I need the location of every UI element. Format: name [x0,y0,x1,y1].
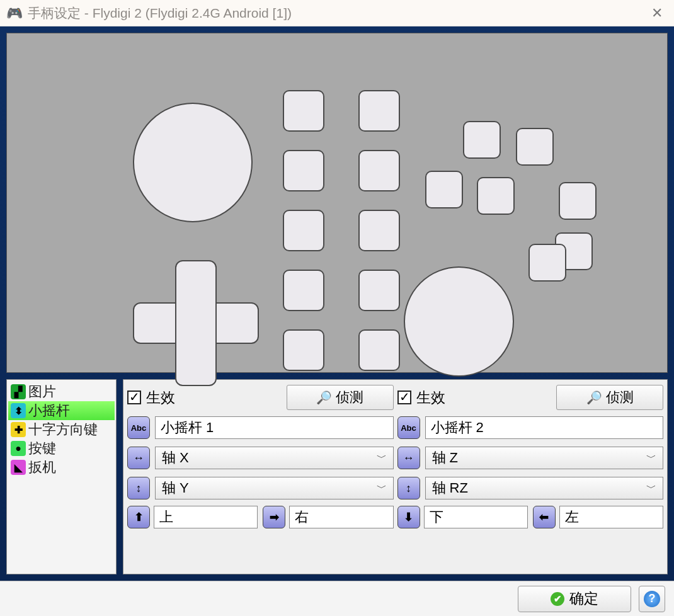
axis-y-value: 轴 Y [162,479,189,498]
ok-button[interactable]: ✔ 确定 [518,586,631,612]
sidebar-item-trigger[interactable]: ◣ 扳机 [8,458,115,477]
down-arrow-icon: ⬇ [397,506,420,528]
center-button[interactable] [283,270,324,311]
face-button[interactable] [559,182,597,220]
left-arrow-icon: ⬅ [533,506,556,528]
checkbox-icon [127,391,141,404]
axis-x-value: 轴 X [162,448,189,467]
face-button[interactable] [516,128,554,166]
close-icon[interactable]: ✕ [646,5,668,21]
image-icon: ▞ [11,384,26,399]
dir2-input[interactable] [289,506,393,528]
detect-label: 侦测 [606,388,634,407]
category-sidebar: ▞ 图片 ⬍ 小摇杆 ✚ 十字方向键 ● 按键 ◣ 扳机 [6,379,117,574]
dpad-icon: ✚ [11,422,26,437]
config-panels: 生效 🔍 侦测 Abc ↔ 轴 X [123,379,668,574]
vertical-arrow-icon: ↕ [397,477,420,499]
center-button[interactable] [358,329,400,371]
right-analog-stick[interactable] [404,266,514,377]
analog-panel-1: 生效 🔍 侦测 Abc ↔ 轴 X [127,385,394,569]
center-button[interactable] [358,270,400,311]
face-button[interactable] [425,171,463,208]
enable-label: 生效 [146,388,175,408]
sidebar-item-label: 小摇杆 [28,401,70,420]
chevron-down-icon: ﹀ [377,452,387,465]
titlebar: 🎮 手柄设定 - Flydigi 2 (Flydigi 2.4G Android… [0,0,674,26]
trigger-icon: ◣ [11,460,26,475]
dir1-input[interactable] [154,506,258,528]
horizontal-arrow-icon: ↔ [397,447,420,469]
gamepad-icon: 🎮 [6,6,23,21]
sidebar-item-image[interactable]: ▞ 图片 [8,382,115,401]
axis-y-select[interactable]: 轴 Y ﹀ [155,477,394,499]
gamepad-diagram [6,33,668,373]
chevron-down-icon: ﹀ [377,482,387,495]
bottom-bar: ✔ 确定 ? [0,581,674,616]
sidebar-item-label: 按键 [28,439,56,458]
help-icon: ? [644,591,660,607]
name-input[interactable] [155,416,394,439]
chevron-down-icon: ﹀ [646,482,656,495]
text-icon: Abc [397,416,420,439]
sidebar-item-buttons[interactable]: ● 按键 [8,439,115,458]
enable-checkbox[interactable]: 生效 [397,388,552,408]
window: 🎮 手柄设定 - Flydigi 2 (Flydigi 2.4G Android… [0,0,674,616]
check-icon: ✔ [551,592,564,606]
vertical-arrow-icon: ↕ [127,477,150,499]
enable-label: 生效 [416,388,445,408]
face-button[interactable] [477,177,515,215]
chevron-down-icon: ﹀ [646,452,656,465]
center-button[interactable] [358,90,400,132]
analog-panel-2: 生效 🔍 侦测 Abc ↔ 轴 Z [397,385,664,569]
face-button[interactable] [463,121,501,159]
left-analog-stick[interactable] [133,103,253,222]
up-arrow-icon: ⬆ [127,506,150,528]
axis-x-select[interactable]: 轴 X ﹀ [155,447,394,469]
axis-y-value: 轴 RZ [432,479,468,498]
axis-x-value: 轴 Z [432,448,459,467]
dir2-input[interactable] [559,506,663,528]
sidebar-item-label: 图片 [28,382,56,401]
window-title: 手柄设定 - Flydigi 2 (Flydigi 2.4G Android [… [28,4,646,22]
button-icon: ● [11,441,26,456]
face-button[interactable] [528,244,566,282]
sidebar-item-label: 扳机 [28,458,56,477]
sidebar-item-label: 十字方向键 [28,420,98,439]
horizontal-arrow-icon: ↔ [127,447,150,469]
detect-label: 侦测 [336,388,363,407]
dir1-input[interactable] [424,506,528,528]
detect-button[interactable]: 🔍 侦测 [556,385,663,410]
checkbox-icon [397,391,411,404]
magnifier-icon: 🔍 [316,390,332,405]
name-input[interactable] [425,416,664,439]
text-icon: Abc [127,416,150,439]
center-button[interactable] [283,329,324,371]
center-button[interactable] [283,150,324,191]
right-arrow-icon: ➡ [263,506,285,528]
client-area: ▞ 图片 ⬍ 小摇杆 ✚ 十字方向键 ● 按键 ◣ 扳机 [0,26,674,581]
enable-checkbox[interactable]: 生效 [127,388,282,408]
center-button[interactable] [283,210,324,251]
magnifier-icon: 🔍 [586,390,602,405]
dpad[interactable] [133,260,259,386]
axis-x-select[interactable]: 轴 Z ﹀ [425,447,664,469]
sidebar-item-analog[interactable]: ⬍ 小摇杆 [8,401,115,420]
ok-label: 确定 [569,589,598,608]
help-button[interactable]: ? [639,586,665,612]
sidebar-item-dpad[interactable]: ✚ 十字方向键 [8,420,115,439]
axis-y-select[interactable]: 轴 RZ ﹀ [425,477,664,499]
center-button[interactable] [358,210,400,251]
center-button[interactable] [358,150,400,191]
detect-button[interactable]: 🔍 侦测 [287,385,394,410]
analog-icon: ⬍ [11,403,26,418]
center-button[interactable] [283,90,324,132]
